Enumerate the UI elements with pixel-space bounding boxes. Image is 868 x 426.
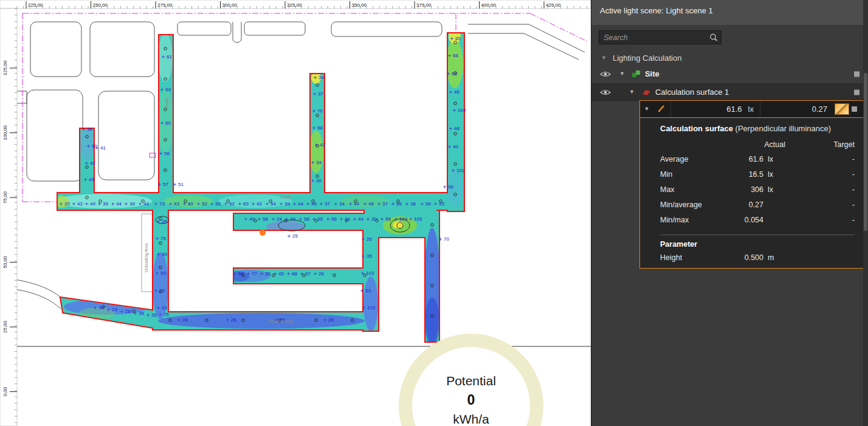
search-input[interactable]	[599, 33, 708, 42]
svg-text:Road: Road	[281, 195, 291, 199]
svg-text:52: 52	[202, 201, 207, 207]
svg-text:Road access: Road access	[269, 319, 294, 323]
site-icon	[632, 70, 641, 78]
chevron-down-icon[interactable]: ▼	[640, 106, 653, 112]
svg-text:42: 42	[77, 201, 83, 207]
eye-icon[interactable]	[600, 89, 611, 96]
svg-text:37: 37	[318, 91, 323, 97]
search-box[interactable]	[599, 30, 722, 44]
svg-text:375,00: 375,00	[416, 2, 432, 8]
tree-item-calculation-surface[interactable]: ▼ Calculation surface 1	[591, 83, 868, 101]
tree-item-label: Site	[645, 69, 660, 78]
svg-text:56: 56	[164, 151, 170, 156]
chevron-down-icon[interactable]: ▼	[601, 55, 607, 61]
eye-icon[interactable]	[600, 70, 611, 78]
falsecolor-swatch-icon[interactable]	[835, 103, 849, 115]
row-handle-square[interactable]	[854, 71, 859, 77]
search-icon[interactable]	[708, 32, 719, 43]
svg-text:275,00: 275,00	[157, 2, 173, 8]
tree-item-label: Calculation surface 1	[655, 88, 729, 97]
svg-text:30: 30	[316, 178, 322, 184]
svg-text:76: 76	[160, 236, 166, 241]
details-title: Calculation surface (Perpendicular illum…	[660, 124, 855, 133]
scrollbar-thumb[interactable]	[864, 73, 867, 231]
svg-text:44: 44	[354, 201, 359, 207]
details-row: Min/max 0.054 -	[660, 216, 855, 231]
app-window: 5751386041424361646056343770584334306566…	[0, 0, 868, 426]
selection-point[interactable]	[260, 230, 266, 236]
svg-text:325,00: 325,00	[287, 2, 302, 8]
surface-value-row[interactable]: ▼ 61.6 lx 0.27	[640, 101, 863, 118]
svg-text:46: 46	[368, 201, 374, 207]
svg-text:225,00: 225,00	[28, 2, 43, 8]
top-ruler: 225,00250,00275,00300,00325,00350,00375,…	[0, 0, 591, 9]
svg-text:42: 42	[90, 160, 95, 166]
svg-text:43: 43	[174, 201, 179, 207]
plan-view[interactable]: 5751386041424361646056343770584334306566…	[0, 0, 591, 426]
row-handle-square[interactable]	[854, 89, 859, 95]
svg-text:34: 34	[98, 305, 104, 311]
active-light-scene-label: Active light scene: Light scene 1	[600, 6, 713, 15]
svg-text:45: 45	[454, 89, 460, 95]
plan-canvas[interactable]: 5751386041424361646056343770584334306566…	[0, 0, 591, 426]
svg-text:28: 28	[125, 309, 131, 314]
svg-text:28: 28	[182, 317, 188, 323]
potential-gauge: Potential 0 kWh/a	[405, 340, 537, 426]
svg-text:425,00: 425,00	[546, 2, 561, 8]
chevron-down-icon[interactable]: ▼	[619, 71, 625, 77]
svg-text:25,00: 25,00	[2, 320, 8, 333]
svg-text:39: 39	[103, 201, 108, 207]
surface-details-panel: Calculation surface (Perpendicular illum…	[640, 118, 863, 269]
svg-text:70: 70	[317, 108, 323, 114]
svg-text:43: 43	[320, 142, 325, 148]
svg-text:39: 39	[129, 201, 135, 207]
svg-text:35: 35	[317, 216, 323, 222]
details-row: Min 16.5 lx -	[660, 170, 855, 185]
svg-text:77: 77	[252, 271, 257, 277]
parameter-row: Height 0.500 m	[660, 253, 855, 269]
row-handle-square[interactable]	[852, 106, 857, 112]
svg-text:57: 57	[163, 182, 168, 187]
svg-text:125,00: 125,00	[2, 60, 8, 75]
svg-text:40: 40	[453, 144, 458, 149]
chevron-down-icon[interactable]: ▼	[629, 89, 635, 95]
tree-item-site[interactable]: ▼ Site	[591, 66, 868, 82]
svg-text:30: 30	[371, 216, 377, 222]
svg-text:58: 58	[304, 216, 309, 222]
svg-text:64: 64	[165, 87, 171, 92]
section-lighting-calculation[interactable]: ▼ Lighting Calculation	[591, 51, 868, 64]
svg-text:43: 43	[89, 177, 94, 182]
svg-text:105: 105	[367, 305, 376, 311]
svg-text:49: 49	[290, 216, 295, 222]
svg-text:58: 58	[317, 125, 323, 131]
svg-text:43: 43	[162, 305, 167, 311]
svg-text:58: 58	[263, 216, 268, 222]
left-ruler: 125,00100,0075,0050,0025,000,00	[0, 9, 17, 426]
illuminance-unit: lx	[748, 105, 754, 114]
svg-text:49: 49	[90, 201, 95, 207]
svg-text:35: 35	[151, 312, 157, 318]
svg-text:250,00: 250,00	[93, 2, 108, 8]
svg-text:26: 26	[319, 271, 324, 277]
svg-text:102: 102	[456, 168, 465, 173]
details-header-row: Actual Target	[660, 140, 855, 155]
svg-text:400,00: 400,00	[481, 2, 497, 8]
svg-text:25: 25	[159, 288, 165, 294]
svg-text:54: 54	[270, 201, 276, 207]
svg-text:37: 37	[382, 201, 388, 207]
svg-text:56: 56	[425, 201, 431, 207]
svg-text:35: 35	[215, 201, 221, 207]
svg-text:56: 56	[331, 216, 337, 222]
gauge-unit: kWh/a	[453, 412, 489, 426]
section-label: Lighting Calculation	[613, 53, 681, 63]
uniformity-value: 0.27	[760, 105, 832, 114]
svg-text:37: 37	[305, 271, 311, 277]
svg-text:37: 37	[325, 201, 330, 207]
svg-text:53: 53	[365, 288, 371, 294]
svg-text:0,00: 0,00	[2, 386, 8, 396]
details-divider	[660, 235, 855, 235]
svg-text:44: 44	[298, 201, 303, 207]
svg-text:41: 41	[100, 145, 106, 151]
panel-scrollbar[interactable]	[863, 0, 868, 426]
svg-text:26: 26	[162, 219, 167, 224]
